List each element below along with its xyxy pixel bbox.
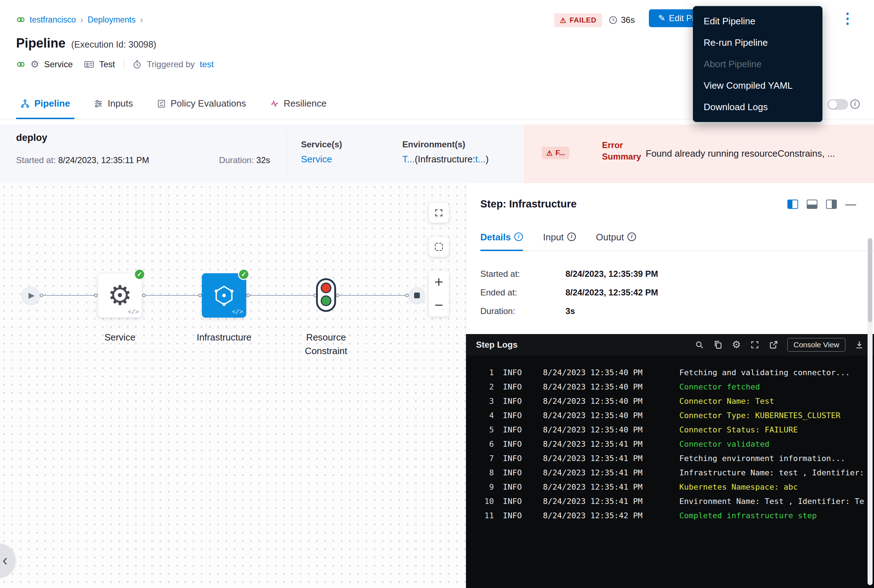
node-service[interactable]: ⚙ ✓ </> [98, 273, 142, 318]
code-glyph: </> [128, 308, 139, 315]
menu-item-rerun-pipeline[interactable]: Re-run Pipeline [693, 32, 823, 53]
menu-item-download-logs[interactable]: Download Logs [693, 96, 823, 118]
info-icon: i [567, 232, 576, 241]
pencil-icon: ✎ [658, 13, 665, 23]
download-logs-icon[interactable] [854, 340, 864, 350]
toggle-knob [829, 100, 837, 109]
environments-label: Environment(s) [402, 140, 489, 150]
chevron-right-icon: › [140, 14, 143, 26]
step-logs-panel: Step Logs ⚙ [466, 334, 874, 588]
red-light-icon [321, 282, 331, 293]
execution-id: (Execution Id: 30098) [71, 39, 156, 50]
node-resource-constraint[interactable] [316, 278, 336, 312]
edge-connector-dot [405, 294, 409, 297]
pipeline-execution-page: testfrancisco › Deployments › Pipeline (… [0, 0, 874, 588]
chevron-left-icon: ‹ [3, 551, 8, 569]
service-name: Service [44, 59, 73, 69]
fit-to-screen-button[interactable] [429, 203, 449, 223]
graph-edge [248, 295, 315, 296]
pipeline-start-node[interactable]: ▶ [22, 286, 40, 304]
node-infrastructure[interactable]: ✓ </> [202, 273, 246, 318]
breadcrumb-deployments-link[interactable]: Deployments [88, 15, 135, 25]
duration-label: Duration: [219, 155, 254, 165]
stage-name[interactable]: deploy [16, 132, 47, 143]
node-label-service: Service [98, 330, 142, 344]
log-line: 7INFO8/24/2023 12:35:41 PMFetching envir… [477, 452, 874, 466]
pipeline-graph-canvas[interactable]: ▶ ⚙ ✓ </> Service ✓ [0, 183, 466, 588]
error-summary-area: ⚠ F... Error Summary Found already runni… [524, 124, 874, 183]
log-settings-gear-icon[interactable]: ⚙ [732, 340, 741, 350]
menu-item-edit-pipeline[interactable]: Edit Pipeline [693, 10, 823, 32]
open-in-new-window-icon[interactable] [769, 340, 778, 350]
tab-pipeline[interactable]: Pipeline [16, 89, 74, 119]
log-line: 9INFO8/24/2023 12:35:41 PMKubernetes Nam… [477, 480, 874, 494]
divider [286, 132, 287, 175]
graph-edge [42, 295, 96, 296]
pipeline-end-node[interactable] [409, 287, 425, 304]
menu-item-view-compiled-yaml[interactable]: View Compiled YAML [693, 75, 823, 96]
log-line: 6INFO8/24/2023 12:35:41 PMConnector vali… [477, 437, 874, 452]
console-view-button[interactable]: Console View [787, 338, 845, 352]
marquee-icon [435, 243, 443, 251]
fullscreen-icon[interactable] [750, 340, 760, 350]
log-line: 10INFO8/24/2023 12:35:41 PMEnvironment N… [477, 494, 874, 508]
duration-value: 32s [256, 155, 270, 165]
detail-row-duration: Duration: 3s [480, 306, 658, 316]
detail-value: 8/24/2023, 12:35:42 PM [566, 288, 658, 298]
tab-details[interactable]: Detailsi [480, 222, 523, 251]
log-line: 8INFO8/24/2023 12:35:41 PMInfrastructure… [477, 466, 874, 480]
log-line: 3INFO8/24/2023 12:35:40 PMConnector Name… [477, 394, 874, 408]
environments-value[interactable]: T...(Infrastructure:t...) [402, 154, 489, 165]
detail-label: Ended at: [480, 288, 566, 298]
edge-connector-dot [336, 294, 339, 297]
scrollbar-thumb[interactable] [868, 238, 872, 322]
debug-toggle[interactable] [827, 99, 848, 110]
layout-minimized-view-icon[interactable] [826, 200, 837, 209]
tab-output[interactable]: Outputi [596, 222, 636, 251]
services-value-link[interactable]: Service [301, 154, 342, 165]
resilience-icon [270, 99, 279, 108]
log-line: 2INFO8/24/2023 12:35:40 PMConnector fetc… [477, 380, 874, 394]
layout-right-view-icon[interactable] [787, 200, 798, 209]
marquee-select-button[interactable] [429, 237, 449, 257]
checklist-icon [157, 99, 166, 108]
gear-icon: ⚙ [108, 282, 132, 309]
stage-duration: Duration: 32s [219, 155, 270, 165]
more-options-kebab-icon[interactable]: ⋮ [839, 9, 855, 27]
tab-policy-evaluations[interactable]: Policy Evaluations [152, 89, 251, 119]
panel-scrollbar[interactable] [868, 237, 872, 585]
breadcrumb-project-link[interactable]: testfrancisco [30, 15, 76, 25]
elapsed-time: 36s [608, 15, 635, 25]
log-actions: ⚙ Console View [695, 338, 864, 352]
copy-icon[interactable] [713, 340, 723, 350]
search-icon[interactable] [695, 340, 704, 350]
node-label-infrastructure: Infrastructure [188, 330, 260, 344]
menu-item-abort-pipeline: Abort Pipeline [693, 53, 823, 75]
log-line: 5INFO8/24/2023 12:35:40 PMConnector Stat… [477, 423, 874, 437]
status-badge: ⚠ FAILED [554, 13, 602, 27]
services-column: Service(s) Service [301, 140, 342, 165]
triggered-by-value[interactable]: test [200, 59, 214, 69]
error-summary-message: Found already running resourceConstrains… [646, 148, 867, 159]
info-icon[interactable]: i [850, 99, 860, 109]
detail-value: 8/24/2023, 12:35:39 PM [566, 269, 658, 279]
sliders-icon [94, 99, 103, 108]
step-logs-title: Step Logs [476, 340, 517, 350]
step-details-panel: Step: Infrastructure — Detailsi Inputi O… [466, 183, 874, 588]
tab-inputs[interactable]: Inputs [89, 89, 137, 119]
pipeline-icon [20, 99, 30, 108]
pipeline-context-menu: Edit Pipeline Re-run Pipeline Abort Pipe… [693, 6, 823, 122]
zoom-in-button[interactable]: + [429, 271, 449, 294]
detail-row-started: Started at: 8/24/2023, 12:35:39 PM [480, 269, 658, 279]
stop-icon [414, 292, 420, 298]
harness-logo-icon [16, 15, 26, 24]
tab-resilience[interactable]: Resilience [266, 89, 331, 119]
zoom-out-button[interactable]: − [429, 294, 449, 316]
main-content: ▶ ⚙ ✓ </> Service ✓ [0, 183, 874, 588]
layout-bottom-view-icon[interactable] [807, 200, 817, 209]
tab-input[interactable]: Inputi [543, 222, 576, 251]
minimize-panel-button[interactable]: — [845, 199, 856, 210]
stage-summary-bar: deploy Started at: 8/24/2023, 12:35:11 P… [0, 124, 874, 183]
log-lines[interactable]: 1INFO8/24/2023 12:35:40 PMFetching and v… [466, 356, 874, 523]
harness-logo-icon [16, 60, 26, 69]
